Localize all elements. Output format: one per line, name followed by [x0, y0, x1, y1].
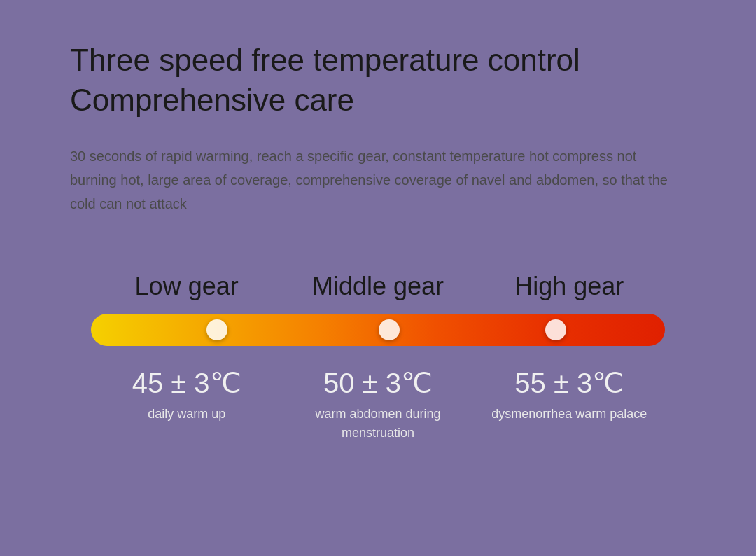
- high-gear-label: High gear: [478, 272, 660, 301]
- middle-gear-desc: warm abdomen during menstruation: [287, 405, 469, 443]
- main-title-line2: Comprehensive care: [70, 82, 686, 119]
- slider-dot-high: [545, 319, 566, 340]
- description-text: 30 seconds of rapid warming, reach a spe…: [70, 144, 672, 216]
- slider-dot-low: [206, 319, 227, 340]
- high-gear-item: 55 ± 3℃ dysmenorrhea warm palace: [478, 367, 660, 443]
- low-gear-item: 45 ± 3℃ daily warm up: [96, 367, 278, 443]
- high-gear-desc: dysmenorrhea warm palace: [478, 405, 660, 424]
- gear-labels-row: Low gear Middle gear High gear: [91, 272, 665, 301]
- main-title-line1: Three speed free temperature control: [70, 42, 686, 79]
- gear-info-row: 45 ± 3℃ daily warm up 50 ± 3℃ warm abdom…: [91, 367, 665, 443]
- slider-track: [91, 314, 665, 346]
- slider-dot-mid: [379, 319, 400, 340]
- middle-gear-label: Middle gear: [287, 272, 469, 301]
- low-gear-temp: 45 ± 3℃: [96, 367, 278, 399]
- temperature-slider: [91, 312, 665, 347]
- gear-section: Low gear Middle gear High gear 45 ± 3℃ d…: [70, 272, 686, 443]
- low-gear-desc: daily warm up: [96, 405, 278, 424]
- high-gear-temp: 55 ± 3℃: [478, 367, 660, 399]
- middle-gear-item: 50 ± 3℃ warm abdomen during menstruation: [287, 367, 469, 443]
- low-gear-label: Low gear: [96, 272, 278, 301]
- middle-gear-temp: 50 ± 3℃: [287, 367, 469, 399]
